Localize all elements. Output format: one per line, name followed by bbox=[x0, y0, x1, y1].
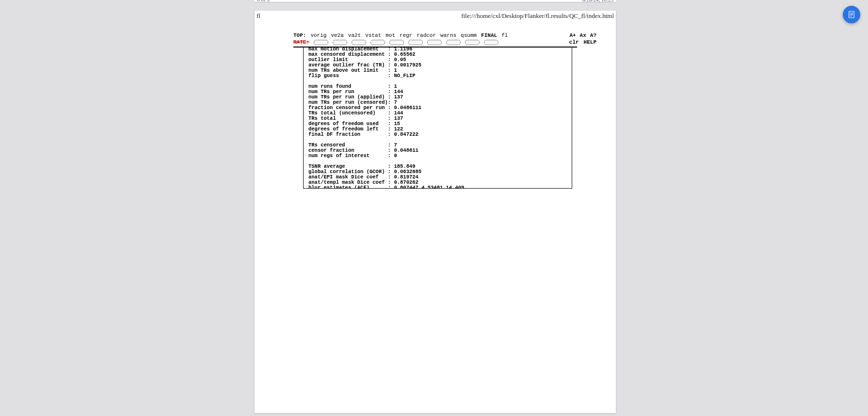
rate-btn-final[interactable] bbox=[484, 40, 498, 45]
btn-a-question[interactable]: A? bbox=[590, 32, 596, 39]
document-header: fl file:///home/cxl/Desktop/Flanker/fl.r… bbox=[255, 11, 616, 20]
file-path: file:///home/cxl/Desktop/Flanker/fl.resu… bbox=[461, 12, 614, 20]
nav-va2t[interactable]: va2t bbox=[348, 32, 361, 39]
page-sheet: fl file:///home/cxl/Desktop/Flanker/fl.r… bbox=[255, 11, 616, 413]
btn-a-x[interactable]: Ax bbox=[580, 32, 586, 39]
qc-line: flip guess : NO_FLIP bbox=[308, 73, 416, 79]
btn-clr[interactable]: clr bbox=[569, 39, 579, 46]
qc-line: num regs of interest : 0 bbox=[308, 153, 397, 159]
print-header-strip: 8 of 9 6/26/24, 18:25 bbox=[255, 0, 616, 2]
qc-line: final DF fraction : 0.847222 bbox=[308, 131, 418, 137]
rate-btn-vstat[interactable] bbox=[370, 40, 385, 45]
page-indicator: 8 of 9 bbox=[257, 0, 270, 2]
nav-vstat[interactable]: vstat bbox=[365, 32, 381, 39]
nav-vorig[interactable]: vorig bbox=[310, 32, 326, 39]
reader-mode-fab[interactable] bbox=[843, 6, 860, 23]
qc-summary-panel: max motion displacement : 1.1196max cens… bbox=[303, 48, 572, 189]
rate-btn-va2t[interactable] bbox=[352, 40, 366, 45]
nav-mot[interactable]: mot bbox=[386, 32, 395, 39]
rate-btn-mot[interactable] bbox=[389, 40, 404, 45]
rate-btn-regr[interactable] bbox=[408, 40, 423, 45]
nav-final[interactable]: FINAL bbox=[481, 32, 497, 39]
rate-btn-ve2a[interactable] bbox=[333, 40, 347, 45]
print-datetime: 6/26/24, 18:25 bbox=[582, 0, 613, 2]
nav-regr[interactable]: regr bbox=[400, 32, 412, 39]
rate-label: RATE: bbox=[293, 39, 309, 46]
page-icon bbox=[847, 10, 856, 19]
rate-btn-warns[interactable] bbox=[446, 40, 461, 45]
subject-id: fl bbox=[257, 12, 260, 20]
qc-nav-bar: TOP: vorig ve2a va2t vstat mot regr radc… bbox=[255, 32, 616, 46]
nav-ve2a[interactable]: ve2a bbox=[331, 32, 343, 39]
nav-radcor[interactable]: radcor bbox=[417, 32, 436, 39]
rate-btn-qsumm[interactable] bbox=[465, 40, 480, 45]
qc-line: blur estimates (ACF) : 0.807447 4.53481 … bbox=[308, 185, 464, 189]
btn-a-plus[interactable]: A+ bbox=[569, 32, 576, 39]
nav-qsumm[interactable]: qsumm bbox=[461, 32, 477, 39]
nav-fl[interactable]: fl bbox=[501, 32, 508, 39]
rate-btn-vorig[interactable] bbox=[314, 40, 328, 45]
top-label: TOP: bbox=[293, 32, 306, 39]
btn-help[interactable]: HELP bbox=[584, 39, 596, 46]
nav-warns[interactable]: warns bbox=[440, 32, 456, 39]
rate-btn-radcor[interactable] bbox=[427, 40, 442, 45]
